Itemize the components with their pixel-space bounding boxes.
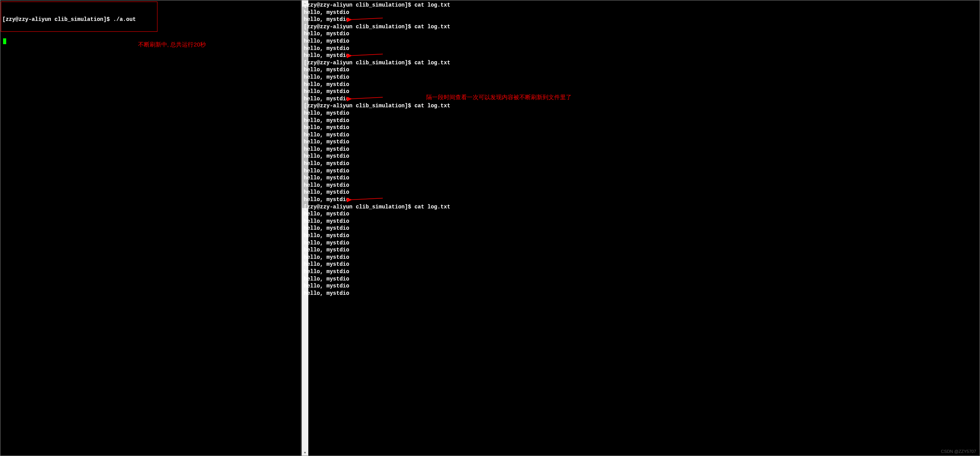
terminal-output-line: hello, mystdio — [304, 182, 978, 189]
terminal-output-line: hello, mystdio — [304, 254, 978, 261]
terminal-prompt-line: [zzy@zzy-aliyun clib_simulation]$ cat lo… — [304, 59, 978, 67]
terminal-output-line: hello, mystdio — [304, 138, 978, 146]
terminal-output-line: hello, mystdio — [304, 88, 978, 95]
right-terminal-content: [zzy@zzy-aliyun clib_simulation]$ cat lo… — [301, 0, 980, 298]
terminal-output-line: hello, mystdio — [304, 30, 978, 38]
terminal-prompt-line: [zzy@zzy-aliyun clib_simulation]$ cat lo… — [304, 2, 978, 9]
terminal-output-line: hello, mystdio — [304, 110, 978, 117]
terminal-cursor — [3, 38, 6, 44]
right-terminal-pane[interactable]: [zzy@zzy-aliyun clib_simulation]$ cat lo… — [301, 0, 980, 456]
left-prompt: [zzy@zzy-aliyun clib_simulation]$ ./a.ou… — [2, 16, 136, 22]
terminal-output-line: hello, mystdio — [304, 146, 978, 153]
terminal-output-line: hello, mystdio — [304, 189, 978, 196]
terminal-output-line: hello, mystdio — [304, 225, 978, 232]
terminal-output-line: hello, mystdio — [304, 95, 978, 103]
terminal-output-line: hello, mystdio — [304, 261, 978, 268]
terminal-output-line: hello, mystdio — [304, 268, 978, 275]
terminal-output-line: hello, mystdio — [304, 117, 978, 124]
terminal-output-line: hello, mystdio — [304, 232, 978, 239]
left-terminal-pane[interactable]: [zzy@zzy-aliyun clib_simulation]$ ./a.ou… — [0, 0, 301, 456]
terminal-output-line: hello, mystdio — [304, 174, 978, 182]
terminal-prompt-line: [zzy@zzy-aliyun clib_simulation]$ cat lo… — [304, 102, 978, 110]
terminal-output-line: hello, mystdio — [304, 275, 978, 283]
terminal-output-line: hello, mystdio — [304, 153, 978, 160]
terminal-output-line: hello, mystdio — [304, 160, 978, 167]
terminal-prompt-line: [zzy@zzy-aliyun clib_simulation]$ cat lo… — [304, 203, 978, 211]
terminal-output-line: hello, mystdio — [304, 282, 978, 290]
terminal-output-line: hello, mystdio — [304, 167, 978, 175]
terminal-output-line: hello, mystdio — [304, 52, 978, 59]
left-annotation: 不断刷新中, 总共运行20秒 — [138, 41, 206, 48]
terminal-output-line: hello, mystdio — [304, 16, 978, 23]
right-annotation: 隔一段时间查看一次可以发现内容被不断刷新到文件里了 — [426, 94, 572, 101]
left-terminal-content: [zzy@zzy-aliyun clib_simulation]$ ./a.ou… — [0, 0, 301, 61]
terminal-output-line: hello, mystdio — [304, 124, 978, 131]
terminal-output-line: hello, mystdio — [304, 74, 978, 81]
terminal-output-line: hello, mystdio — [304, 81, 978, 88]
terminal-output-line: hello, mystdio — [304, 210, 978, 218]
watermark: CSDN @ZZY5707 — [941, 449, 976, 454]
terminal-output-line: hello, mystdio — [304, 9, 978, 16]
terminal-output-line: hello, mystdio — [304, 218, 978, 225]
terminal-output-line: hello, mystdio — [304, 239, 978, 247]
terminal-output-line: hello, mystdio — [304, 38, 978, 45]
terminal-output-line: hello, mystdio — [304, 290, 978, 297]
terminal-prompt-line: [zzy@zzy-aliyun clib_simulation]$ cat lo… — [304, 23, 978, 31]
terminal-output-line: hello, mystdio — [304, 45, 978, 52]
terminal-output-line: hello, mystdio — [304, 66, 978, 74]
terminal-output-line: hello, mystdio — [304, 131, 978, 139]
terminal-output-line: hello, mystdio — [304, 246, 978, 254]
terminal-output-line: hello, mystdio — [304, 196, 978, 203]
